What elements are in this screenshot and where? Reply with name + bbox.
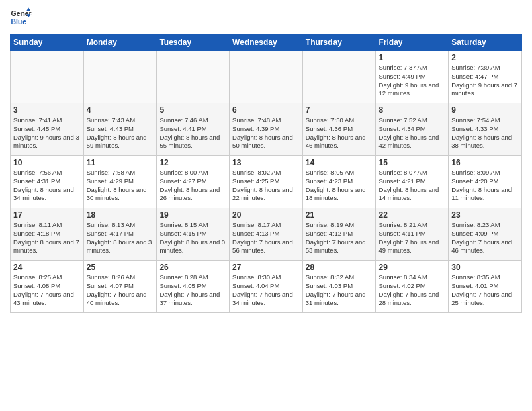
calendar-cell: 10Sunrise: 7:56 AM Sunset: 4:31 PM Dayli… <box>11 156 84 208</box>
day-info: Sunrise: 7:46 AM Sunset: 4:41 PM Dayligh… <box>159 116 226 150</box>
calendar-cell: 4Sunrise: 7:43 AM Sunset: 4:43 PM Daylig… <box>83 103 157 156</box>
day-number: 1 <box>379 53 446 62</box>
day-info: Sunrise: 7:52 AM Sunset: 4:34 PM Dayligh… <box>379 116 446 150</box>
day-number: 26 <box>159 263 226 272</box>
day-info: Sunrise: 8:21 AM Sunset: 4:11 PM Dayligh… <box>379 221 446 255</box>
day-number: 3 <box>13 105 81 115</box>
header: General Blue <box>10 7 522 28</box>
day-info: Sunrise: 8:30 AM Sunset: 4:04 PM Dayligh… <box>232 273 300 308</box>
day-number: 9 <box>451 105 519 115</box>
calendar-cell: 9Sunrise: 7:54 AM Sunset: 4:33 PM Daylig… <box>449 103 522 156</box>
week-row-3: 17Sunrise: 8:11 AM Sunset: 4:18 PM Dayli… <box>11 208 522 261</box>
calendar-cell: 1Sunrise: 7:37 AM Sunset: 4:49 PM Daylig… <box>375 51 449 103</box>
header-row: SundayMondayTuesdayWednesdayThursdayFrid… <box>11 34 522 51</box>
day-info: Sunrise: 7:54 AM Sunset: 4:33 PM Dayligh… <box>451 116 519 150</box>
day-info: Sunrise: 7:48 AM Sunset: 4:39 PM Dayligh… <box>232 116 300 150</box>
day-number: 10 <box>13 158 81 167</box>
day-info: Sunrise: 7:56 AM Sunset: 4:31 PM Dayligh… <box>13 169 81 203</box>
day-number: 15 <box>379 158 446 167</box>
day-number: 14 <box>306 158 373 167</box>
day-info: Sunrise: 8:09 AM Sunset: 4:20 PM Dayligh… <box>451 169 519 203</box>
calendar-cell: 26Sunrise: 8:28 AM Sunset: 4:05 PM Dayli… <box>157 261 230 313</box>
day-info: Sunrise: 8:35 AM Sunset: 4:01 PM Dayligh… <box>451 273 519 308</box>
calendar-cell: 29Sunrise: 8:34 AM Sunset: 4:02 PM Dayli… <box>375 261 449 313</box>
calendar-cell <box>230 51 303 103</box>
calendar-cell: 24Sunrise: 8:25 AM Sunset: 4:08 PM Dayli… <box>11 261 84 313</box>
calendar-cell: 7Sunrise: 7:50 AM Sunset: 4:36 PM Daylig… <box>302 103 375 156</box>
day-info: Sunrise: 8:26 AM Sunset: 4:07 PM Dayligh… <box>87 273 154 308</box>
day-info: Sunrise: 8:28 AM Sunset: 4:05 PM Dayligh… <box>159 273 226 308</box>
day-number: 18 <box>87 210 154 220</box>
day-info: Sunrise: 7:41 AM Sunset: 4:45 PM Dayligh… <box>13 116 81 150</box>
day-number: 2 <box>451 53 519 62</box>
day-info: Sunrise: 8:13 AM Sunset: 4:17 PM Dayligh… <box>87 221 154 255</box>
calendar-cell: 17Sunrise: 8:11 AM Sunset: 4:18 PM Dayli… <box>11 208 84 261</box>
day-number: 8 <box>379 105 446 115</box>
calendar-cell: 5Sunrise: 7:46 AM Sunset: 4:41 PM Daylig… <box>157 103 230 156</box>
day-number: 5 <box>159 105 226 115</box>
calendar-cell: 22Sunrise: 8:21 AM Sunset: 4:11 PM Dayli… <box>375 208 449 261</box>
day-header-thursday: Thursday <box>302 34 375 51</box>
day-number: 16 <box>451 158 519 167</box>
calendar-cell <box>302 51 375 103</box>
calendar-cell: 20Sunrise: 8:17 AM Sunset: 4:13 PM Dayli… <box>230 208 303 261</box>
day-info: Sunrise: 8:19 AM Sunset: 4:12 PM Dayligh… <box>306 221 373 255</box>
day-info: Sunrise: 8:32 AM Sunset: 4:03 PM Dayligh… <box>306 273 373 308</box>
day-info: Sunrise: 8:00 AM Sunset: 4:27 PM Dayligh… <box>159 169 226 203</box>
day-info: Sunrise: 7:39 AM Sunset: 4:47 PM Dayligh… <box>451 64 519 98</box>
week-row-2: 10Sunrise: 7:56 AM Sunset: 4:31 PM Dayli… <box>11 156 522 208</box>
calendar-cell: 25Sunrise: 8:26 AM Sunset: 4:07 PM Dayli… <box>83 261 157 313</box>
calendar-cell <box>11 51 84 103</box>
day-info: Sunrise: 8:25 AM Sunset: 4:08 PM Dayligh… <box>13 273 81 308</box>
calendar-table: SundayMondayTuesdayWednesdayThursdayFrid… <box>10 34 522 313</box>
day-number: 17 <box>13 210 81 220</box>
day-info: Sunrise: 7:58 AM Sunset: 4:29 PM Dayligh… <box>87 169 154 203</box>
week-row-1: 3Sunrise: 7:41 AM Sunset: 4:45 PM Daylig… <box>11 103 522 156</box>
calendar-cell: 12Sunrise: 8:00 AM Sunset: 4:27 PM Dayli… <box>157 156 230 208</box>
svg-marker-2 <box>26 8 30 11</box>
day-number: 27 <box>232 263 300 272</box>
logo: General Blue <box>10 7 32 28</box>
day-number: 21 <box>306 210 373 220</box>
day-number: 29 <box>379 263 446 272</box>
day-number: 22 <box>379 210 446 220</box>
day-info: Sunrise: 7:43 AM Sunset: 4:43 PM Dayligh… <box>87 116 154 150</box>
svg-text:Blue: Blue <box>11 18 27 26</box>
calendar-cell: 28Sunrise: 8:32 AM Sunset: 4:03 PM Dayli… <box>302 261 375 313</box>
day-number: 30 <box>451 263 519 272</box>
day-info: Sunrise: 8:07 AM Sunset: 4:21 PM Dayligh… <box>379 169 446 203</box>
day-header-monday: Monday <box>83 34 157 51</box>
day-number: 20 <box>232 210 300 220</box>
calendar-cell <box>83 51 157 103</box>
day-number: 12 <box>159 158 226 167</box>
day-number: 23 <box>451 210 519 220</box>
calendar-cell: 15Sunrise: 8:07 AM Sunset: 4:21 PM Dayli… <box>375 156 449 208</box>
week-row-4: 24Sunrise: 8:25 AM Sunset: 4:08 PM Dayli… <box>11 261 522 313</box>
page-container: General Blue SundayMondayTuesdayWednesda… <box>0 0 532 316</box>
calendar-cell: 8Sunrise: 7:52 AM Sunset: 4:34 PM Daylig… <box>375 103 449 156</box>
day-number: 28 <box>306 263 373 272</box>
day-info: Sunrise: 8:23 AM Sunset: 4:09 PM Dayligh… <box>451 221 519 255</box>
calendar-cell <box>157 51 230 103</box>
calendar-cell: 27Sunrise: 8:30 AM Sunset: 4:04 PM Dayli… <box>230 261 303 313</box>
calendar-cell: 23Sunrise: 8:23 AM Sunset: 4:09 PM Dayli… <box>449 208 522 261</box>
day-number: 24 <box>13 263 81 272</box>
calendar-cell: 19Sunrise: 8:15 AM Sunset: 4:15 PM Dayli… <box>157 208 230 261</box>
day-number: 7 <box>306 105 373 115</box>
day-info: Sunrise: 8:15 AM Sunset: 4:15 PM Dayligh… <box>159 221 226 255</box>
calendar-cell: 18Sunrise: 8:13 AM Sunset: 4:17 PM Dayli… <box>83 208 157 261</box>
day-info: Sunrise: 8:34 AM Sunset: 4:02 PM Dayligh… <box>379 273 446 308</box>
day-info: Sunrise: 7:50 AM Sunset: 4:36 PM Dayligh… <box>306 116 373 150</box>
calendar-cell: 6Sunrise: 7:48 AM Sunset: 4:39 PM Daylig… <box>230 103 303 156</box>
day-info: Sunrise: 8:11 AM Sunset: 4:18 PM Dayligh… <box>13 221 81 255</box>
calendar-cell: 21Sunrise: 8:19 AM Sunset: 4:12 PM Dayli… <box>302 208 375 261</box>
calendar-cell: 3Sunrise: 7:41 AM Sunset: 4:45 PM Daylig… <box>11 103 84 156</box>
day-number: 6 <box>232 105 300 115</box>
calendar-cell: 16Sunrise: 8:09 AM Sunset: 4:20 PM Dayli… <box>449 156 522 208</box>
day-header-wednesday: Wednesday <box>230 34 303 51</box>
day-info: Sunrise: 7:37 AM Sunset: 4:49 PM Dayligh… <box>379 64 446 98</box>
calendar-cell: 14Sunrise: 8:05 AM Sunset: 4:23 PM Dayli… <box>302 156 375 208</box>
day-header-tuesday: Tuesday <box>157 34 230 51</box>
day-number: 19 <box>159 210 226 220</box>
week-row-0: 1Sunrise: 7:37 AM Sunset: 4:49 PM Daylig… <box>11 51 522 103</box>
